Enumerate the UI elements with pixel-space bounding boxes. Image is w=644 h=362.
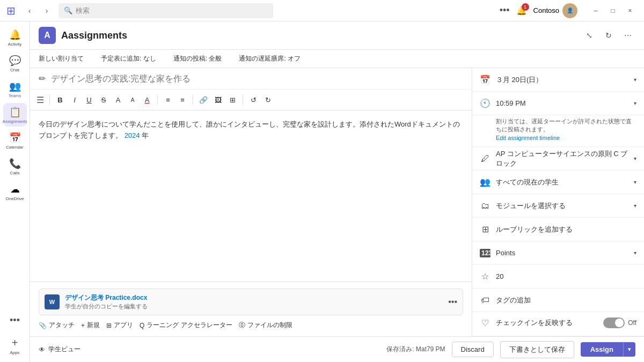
save-draft-button[interactable]: 下書きとして保存 [500,341,574,358]
students-row[interactable]: 👥 すべての現在の学生 ▾ [472,171,644,194]
underline-button[interactable]: U [82,93,96,107]
editor-toolbar: ☰ B I U S A A A ≡ ≡ [30,90,472,110]
sidebar-label-assignments: Assignments [3,119,27,124]
points-label: Points [496,249,515,257]
time-chevron-icon: ▾ [634,100,636,106]
nav-back-button[interactable]: ‹ [22,3,37,18]
image-button[interactable]: 🖼 [211,93,225,107]
assignments-icon: 📋 [9,106,21,118]
toolbar-new-assignment[interactable]: 新しい割り当て [39,54,84,63]
app-title: Aassignments [61,30,127,41]
time-selector[interactable]: 10:59 PM ▾ [496,99,636,107]
edit-icon: ✏ [39,73,46,84]
class-selector[interactable]: AP コンピューターサイエンスの原則 C ブロック ▾ [496,149,636,168]
assign-dropdown-button[interactable]: ▾ [623,342,635,357]
body-text: 今日のデザイン思考について学んだことを使用して、誰かにインタビューし、完璧な家を… [39,120,460,139]
editor-body[interactable]: 今日のデザイン思考について学んだことを使用して、誰かにインタビューし、完璧な家を… [30,110,472,282]
checkin-toggle[interactable] [603,317,625,328]
minimize-button[interactable]: – [588,3,603,18]
bullet-list-button[interactable]: ≡ [161,93,175,107]
sidebar-more-button[interactable]: ••• [3,308,27,332]
assignment-title-input[interactable] [51,74,463,84]
bold-button[interactable]: B [53,93,67,107]
sidebar-item-teams[interactable]: 👥 Teams [3,77,27,101]
strikethrough-button[interactable]: S [97,93,111,107]
sidebar-label-teams: Teams [9,93,21,98]
toolbar-add-schedule[interactable]: 予定表に追加: なし [101,54,156,63]
calls-icon: 📞 [9,158,21,169]
sidebar-apps-button[interactable]: + Apps [3,334,27,358]
list-icon[interactable]: ☰ [36,95,44,105]
attachment-menu-button[interactable]: ••• [448,297,457,307]
app-button[interactable]: ⊞ アプリ [106,321,133,330]
rubric-label: ルーブリックを追加する [496,225,573,234]
sidebar-item-activity[interactable]: 🔔 Activity [3,26,27,49]
collapse-button[interactable]: ⤡ [582,28,597,43]
new-button[interactable]: + 新規 [81,321,100,330]
profile-name: Contoso [533,6,559,14]
plus-icon: + [81,322,85,329]
student-view-icon: 👁 [39,346,45,353]
file-limit-button[interactable]: ⓪ ファイルの制限 [239,321,292,330]
edit-timeline-link[interactable]: Edit assignment timeline [496,135,560,141]
maximize-button[interactable]: □ [605,3,620,18]
time-value: 10:59 PM [496,99,526,107]
close-button[interactable]: × [623,3,638,18]
sidebar-item-onedrive[interactable]: ☁ OneDrive [3,180,27,204]
font-color-button[interactable]: A [140,93,154,107]
points-input[interactable] [496,272,636,280]
main-layout: 🔔 Activity 💬 Chat 👥 Teams 📋 Assignments … [0,21,644,362]
refresh-button[interactable]: ↻ [601,28,616,43]
tags-row[interactable]: 🏷 タグの追加 [472,289,644,312]
sidebar-item-chat[interactable]: 💬 Chat [3,51,27,75]
italic-button[interactable]: I [68,93,82,107]
toolbar-notification-delay[interactable]: 通知の遅延膳席: オフ [239,54,301,63]
numbered-list-button[interactable]: ≡ [175,93,189,107]
time-row[interactable]: 🕙 10:59 PM ▾ [472,92,644,115]
search-bar[interactable]: 🔍 検索 [58,3,273,18]
attach-button[interactable]: 📎 アタッチ [39,321,75,330]
app-icon: A [39,27,56,44]
assign-button[interactable]: Assign [581,342,623,357]
learning-accelerator-button[interactable]: Q ラーニング アクセラレーター [140,321,232,330]
sidebar-item-calendar[interactable]: 📅 Calendar [3,129,27,152]
date-selector[interactable]: ３月 20日(日） ▾ [496,75,636,85]
more-options-button[interactable]: ⋯ [620,28,635,43]
sidebar-item-assignments[interactable]: 📋 Assignments [3,103,27,127]
app-actions: ⤡ ↻ ⋯ [582,28,635,43]
redo-button[interactable]: ↻ [261,93,275,107]
table-button[interactable]: ⊞ [225,93,239,107]
points-selector[interactable]: Points ▾ [496,249,636,257]
sidebar-label-calls: Calls [10,171,20,175]
font-size-button[interactable]: A [126,93,140,107]
module-row[interactable]: 🗂 モジュールを選択する ▾ [472,194,644,218]
toggle-knob [615,319,624,327]
nav-forward-button[interactable]: › [39,3,54,18]
points-row[interactable]: 123 Points ▾ [472,241,644,265]
chat-icon: 💬 [9,55,21,67]
checkin-row: ♡ チェックインを反映する Off Preview [472,312,644,336]
more-button[interactable]: ••• [500,5,510,16]
students-selector[interactable]: すべての現在の学生 ▾ [496,178,636,187]
student-view-button[interactable]: 👁 学生ビュー [39,345,80,354]
module-selector[interactable]: モジュールを選択する ▾ [496,201,636,211]
save-time: PM [436,345,445,353]
rubric-row[interactable]: ⊞ ルーブリックを追加する [472,218,644,241]
tags-label: タグの追加 [496,295,531,305]
profile-button[interactable]: Contoso 👤 [533,3,577,18]
content-area: A Aassignments ⤡ ↻ ⋯ 新しい割り当て 予定表に追加: なし … [30,21,644,362]
notifications-button[interactable]: 🔔 1 [516,5,527,16]
discard-button[interactable]: Discard [452,342,494,357]
date-row[interactable]: 📅 ３月 20日(日） ▾ [472,68,644,92]
editor-title-row: ✏ [30,68,472,90]
shadow-button[interactable]: A [111,93,125,107]
limit-icon: ⓪ [239,321,245,330]
toolbar-notification-post[interactable]: 通知の投稿: 全般 [173,54,222,63]
attachment-name[interactable]: デザイン思考 Practice.docx [65,293,443,302]
class-row[interactable]: 🖊 AP コンピューターサイエンスの原則 C ブロック ▾ [472,147,644,171]
bottom-bar: 👁 学生ビュー 保存済み: Mat79 PM Discard 下書きとして保存 … [30,336,644,362]
sidebar-item-calls[interactable]: 📞 Calls [3,154,27,178]
titlebar-right: ••• 🔔 1 Contoso 👤 – □ × [500,3,638,18]
link-button[interactable]: 🔗 [196,93,210,107]
undo-button[interactable]: ↺ [246,93,260,107]
